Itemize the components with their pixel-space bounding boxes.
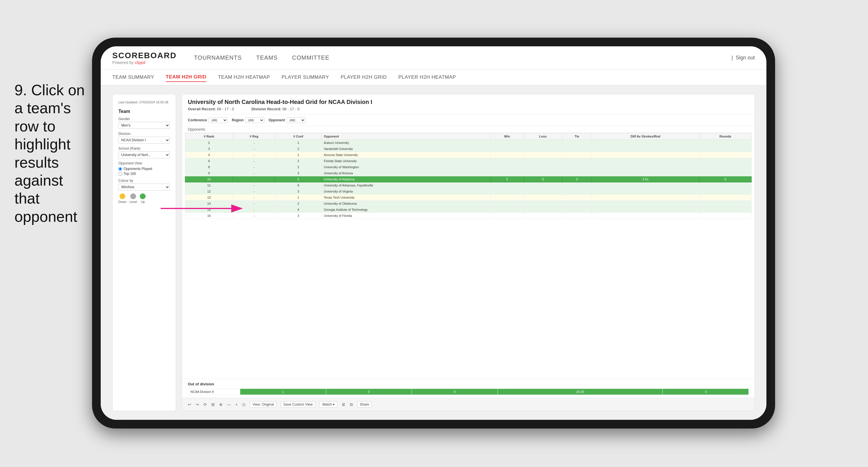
toolbar-plus[interactable]: + (235, 402, 238, 407)
table-container[interactable]: # Rank # Reg # Conf Opponent Win Loss Ti… (182, 133, 754, 379)
col-diff: Diff Av Strokes/Rnd (592, 133, 699, 140)
sidebar-school-rank-select[interactable]: University of Nort... (118, 151, 170, 158)
cell-data: 12 (185, 188, 233, 195)
out-of-division-section: Out of division NCAA Division II 1 0 0 2… (182, 379, 754, 398)
toolbar-save-custom[interactable]: Save Custom View (281, 401, 315, 408)
table-row[interactable]: 8-2University of Washington (185, 164, 752, 170)
toolbar-refresh[interactable]: ⟳ (204, 402, 207, 407)
toolbar-dash[interactable]: — (227, 402, 231, 407)
table-row[interactable]: 6-2Florida State University (185, 158, 752, 164)
cell-data (490, 201, 524, 207)
toolbar-copy[interactable]: ⧉ (350, 402, 353, 407)
cell-opponent: University of Florida (321, 213, 490, 219)
nav-tournaments[interactable]: TOURNAMENTS (194, 53, 242, 62)
table-row[interactable]: 15-4Georgia Institute of Technology (185, 207, 752, 213)
table-row[interactable]: 2-1Auburn University (185, 140, 752, 146)
out-division-loss: 0 (326, 389, 412, 395)
opponents-label-bar: Opponents: (182, 126, 754, 133)
sidebar-radio-opponents-played[interactable]: Opponents Played (118, 167, 170, 171)
filter-conference: Conference (All) (188, 117, 227, 123)
cell-opponent: Auburn University (321, 140, 490, 146)
out-division-diff: 26.00 (498, 389, 663, 395)
out-of-division-title: Out of division (188, 382, 749, 386)
sub-nav-player-h2h-heatmap[interactable]: PLAYER H2H HEATMAP (398, 73, 456, 82)
toolbar-watch[interactable]: Watch ▾ (319, 401, 337, 408)
table-row[interactable]: 16-3University of Florida (185, 213, 752, 219)
cell-data (699, 146, 751, 152)
tablet-frame: SCOREBOARD Powered by clippd TOURNAMENTS… (92, 38, 775, 429)
division-record: Division Record: 88 - 17 - 0 (251, 107, 300, 111)
sidebar-division-select[interactable]: NCAA Division I (118, 137, 170, 144)
nav-committee[interactable]: COMMITTEE (292, 53, 329, 62)
panel-header: University of North Carolina Head-to-Hea… (182, 94, 754, 114)
cell-data (524, 146, 562, 152)
cell-data (562, 140, 592, 146)
cell-data (699, 188, 751, 195)
cell-data: 4 (275, 207, 321, 213)
out-division-rounds: 3 (663, 389, 749, 395)
logo-title: SCOREBOARD (112, 51, 177, 60)
cell-opponent: Vanderbilt University (321, 146, 490, 152)
sign-out-button[interactable]: Sign out (736, 55, 755, 61)
toolbar-grid[interactable]: ⊞ (211, 402, 215, 407)
sidebar-colour-by-select[interactable]: Win/loss (118, 183, 170, 191)
table-row[interactable]: 11-6University of Arkansas, Fayetteville (185, 182, 752, 188)
filter-conference-select[interactable]: (All) (209, 117, 227, 123)
cell-data (562, 213, 592, 219)
top-nav: SCOREBOARD Powered by clippd TOURNAMENTS… (101, 46, 767, 69)
toolbar-monitor[interactable]: 🖥 (342, 402, 346, 407)
table-row[interactable]: 12-3University of Virginia (185, 188, 752, 195)
main-panel: University of North Carolina Head-to-Hea… (182, 94, 755, 411)
cell-data (490, 213, 524, 219)
toolbar-undo[interactable]: ↩ (188, 402, 191, 407)
cell-data: 11 (185, 182, 233, 188)
table-row[interactable]: 13-1Texas Tech University (185, 195, 752, 201)
cell-opponent: Georgia Institute of Technology (321, 207, 490, 213)
sidebar-gender-select[interactable]: Men's (118, 122, 170, 129)
table-row[interactable]: 9-3University of Arizona (185, 170, 752, 176)
sidebar-radio-top100[interactable]: Top 100 (118, 172, 170, 176)
panel-filters: Conference (All) Region (All) Opponent (182, 114, 754, 126)
out-division-row[interactable]: NCAA Division II 1 0 0 26.00 3 (188, 389, 749, 395)
cell-data (592, 195, 699, 201)
cell-data (524, 207, 562, 213)
cell-data (562, 164, 592, 170)
cell-data (592, 188, 699, 195)
filter-opponent-select[interactable]: (All) (286, 117, 305, 123)
sub-nav-team-h2h-grid[interactable]: TEAM H2H GRID (166, 73, 207, 82)
toolbar-view-original[interactable]: View: Original (250, 401, 276, 408)
sub-nav-player-h2h-grid[interactable]: PLAYER H2H GRID (341, 73, 387, 82)
cell-data (592, 201, 699, 207)
cell-data (699, 170, 751, 176)
arrow-annotation (161, 203, 247, 226)
table-row[interactable]: 10-5University of Alabama3002.618 (185, 176, 752, 182)
sub-nav-team-h2h-heatmap[interactable]: TEAM H2H HEATMAP (218, 73, 270, 82)
cell-data (699, 207, 751, 213)
cell-data: 9 (185, 170, 233, 176)
legend-down-label: Down (118, 200, 126, 204)
instruction-text: 9. Click on a team's row to highlight re… (14, 81, 90, 226)
main-content: Last Updated: 27/03/2024 16:55:38 Team G… (101, 85, 767, 420)
cell-opponent: Arizona State University (321, 152, 490, 158)
cell-data (524, 158, 562, 164)
table-row[interactable]: 3-2Vanderbilt University (185, 146, 752, 152)
table-row[interactable]: 4-1Arizona State University (185, 152, 752, 158)
sidebar: Last Updated: 27/03/2024 16:55:38 Team G… (112, 94, 176, 411)
table-row[interactable]: 14-2University of Oklahoma (185, 201, 752, 207)
sub-nav-team-summary[interactable]: TEAM SUMMARY (112, 73, 154, 82)
toolbar-redo[interactable]: ↪ (196, 402, 199, 407)
toolbar-add[interactable]: ⊕ (219, 402, 223, 407)
filter-region-select[interactable]: (All) (245, 117, 264, 123)
toolbar-clock[interactable]: ◷ (242, 402, 245, 407)
cell-data (562, 170, 592, 176)
sign-out-separator: | (732, 55, 736, 61)
cell-data (699, 140, 751, 146)
sub-nav-player-summary[interactable]: PLAYER SUMMARY (282, 73, 329, 82)
nav-teams[interactable]: TEAMS (256, 53, 278, 62)
cell-data (524, 140, 562, 146)
col-loss: Loss (524, 133, 562, 140)
toolbar-share[interactable]: Share (357, 401, 372, 408)
cell-data: - (233, 158, 275, 164)
cell-data: 2 (275, 164, 321, 170)
sidebar-opponent-view-group: Opponents Played Top 100 (118, 167, 170, 176)
